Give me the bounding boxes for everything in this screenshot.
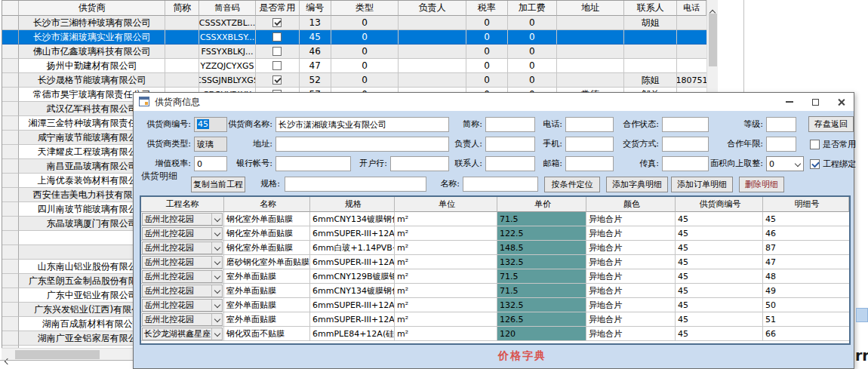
add-dict-detail-button[interactable]: 添加字典明细 — [606, 177, 668, 192]
col-header-spec[interactable]: 规格 — [310, 197, 395, 212]
col-header-manager[interactable]: 负责人 — [399, 1, 466, 16]
col-header-address[interactable]: 地址 — [557, 1, 625, 16]
table-row[interactable]: 长沙市三湘特种玻璃有限公司 CSSSXTZBL... 13 0 0 0 胡姐 — [2, 16, 706, 30]
detail-row[interactable]: 岳州北控花园 钢化室外单面贴膜 6mm白玻+1.14PVB+6mm... m² … — [141, 241, 849, 255]
col-header-abbr[interactable]: 简称 — [165, 1, 199, 16]
horizontal-scroll-thumb[interactable] — [15, 350, 100, 359]
col-header-unit[interactable]: 单位 — [395, 197, 497, 212]
round-up-combobox[interactable]: 0 — [766, 156, 804, 171]
detail-row[interactable]: 岳州北控花园 室外单面贴膜 6mmCNY134镀膜钢化 m² 71.5 异地合片… — [141, 284, 849, 298]
project-combobox[interactable]: 岳州北控花园 — [142, 270, 223, 283]
table-row[interactable]: 扬州中勤建材有限公司 YZZQJCYXGS 47 0 0 0 — [2, 59, 706, 73]
unit-cell: m² — [395, 298, 497, 312]
add-order-detail-button[interactable]: 添加订单明细 — [671, 177, 733, 192]
color-cell: 异地合片 — [586, 255, 676, 269]
chevron-down-icon — [795, 161, 801, 167]
bank-account-field[interactable] — [275, 156, 351, 171]
common-checkbox[interactable] — [272, 47, 282, 56]
project-combobox[interactable]: 岳州北控花园 — [142, 227, 223, 240]
detail-row[interactable]: 岳州北控花园 室外单面贴膜 6mmSUPER-III+12A(硅... m² 1… — [141, 298, 849, 312]
common-used-checkbox[interactable]: 是否常用 — [810, 137, 856, 152]
contact-field[interactable] — [485, 156, 535, 171]
phone-cell: 180751 — [677, 73, 706, 88]
background-artifact-text: rr — [855, 347, 868, 369]
vertical-scroll-thumb[interactable] — [709, 14, 717, 66]
table-row[interactable]: 长沙晟格节能玻璃有限公司 CSSGJNBLYXGS 52 0 0 0 陈姐 18… — [2, 73, 706, 88]
code-cell: FSSYXBLKJ... — [199, 45, 256, 59]
col-header-number[interactable]: 编号 — [300, 1, 331, 16]
supplier-name-field[interactable] — [275, 117, 449, 132]
project-combobox[interactable]: 岳州北控花园 — [142, 313, 223, 326]
close-button[interactable] — [828, 93, 854, 111]
number-cell: 46 — [300, 45, 331, 59]
mobile-field[interactable] — [565, 137, 614, 152]
maximize-button[interactable] — [802, 93, 828, 111]
col-header-price[interactable]: 单价 — [497, 197, 586, 212]
common-checkbox[interactable] — [272, 32, 282, 42]
detail-row[interactable]: 岳州北控花园 室外单面贴膜 6mmCNY129B镀膜钢化 m² 71.5 异地合… — [141, 269, 849, 284]
table-row[interactable]: 长沙市潇湘玻璃实业有限公司 CSSXXBLSY... 45 0 0 0 — [2, 30, 706, 45]
detail-row[interactable]: 长沙龙湖祺鑫星座 钢化双面不贴膜 6mmPLE84+12A(硅酮胶... m² … — [141, 327, 849, 341]
supplier-cell: 长沙市潇湘玻璃实业有限公司 — [19, 30, 165, 45]
name-cell: 室外单面贴膜 — [224, 312, 310, 327]
coop-status-field[interactable] — [662, 117, 709, 132]
col-header-common[interactable]: 是否常用 — [256, 1, 300, 16]
col-header-phone[interactable]: 电话 — [677, 1, 706, 16]
spec-filter-input[interactable] — [285, 177, 426, 192]
dialog-titlebar[interactable]: 供货商信息 — [134, 93, 854, 111]
col-header-supplier[interactable]: 供货商 — [19, 1, 165, 16]
phone-field[interactable] — [565, 117, 614, 132]
delete-detail-button[interactable]: 删除明细 — [739, 177, 784, 192]
col-header-project[interactable]: 工程名称 — [141, 197, 224, 212]
col-header-supplier-no[interactable]: 供货商编号 — [676, 197, 763, 212]
project-combobox[interactable]: 岳州北控花园 — [142, 284, 223, 297]
project-combobox[interactable]: 岳州北控花园 — [142, 299, 223, 312]
vat-field[interactable] — [194, 156, 227, 171]
common-cell — [256, 30, 300, 45]
common-checkbox[interactable] — [272, 61, 282, 70]
project-combobox[interactable]: 岳州北控花园 — [142, 256, 223, 269]
project-combobox[interactable]: 岳州北控花园 — [142, 213, 223, 226]
common-checkbox[interactable] — [272, 18, 282, 27]
common-checkbox[interactable] — [272, 75, 282, 85]
col-header-type[interactable]: 类型 — [331, 1, 399, 16]
detail-row[interactable]: 岳州北控花园 室外单面贴膜 6mmSUPER-III+12A(硅... m² 1… — [141, 312, 849, 327]
delivery-field[interactable] — [662, 137, 709, 152]
col-header-taxrate[interactable]: 税率 — [466, 1, 508, 16]
coop-years-field[interactable] — [766, 137, 796, 152]
email-field[interactable] — [565, 156, 614, 171]
price-cell: 122.5 — [497, 226, 586, 241]
supplier-no-cell: 45 — [676, 312, 763, 327]
spec-cell: 6mmSUPER-III+12A(硅... — [310, 255, 395, 269]
project-combobox[interactable]: 岳州北控花园 — [142, 241, 223, 254]
supplier-no-field[interactable]: 45 — [194, 117, 227, 132]
table-row[interactable]: 佛山市亿鑫玻璃科技有限公司 FSSYXBLKJ... 46 0 0 0 — [2, 45, 706, 59]
locate-by-condition-button[interactable]: 按条件定位 — [544, 177, 600, 192]
manager-field[interactable] — [485, 137, 535, 152]
col-header-color[interactable]: 颜色 — [586, 197, 676, 212]
col-header-detail-no[interactable]: 明细号 — [763, 197, 849, 212]
unit-cell: m² — [395, 269, 497, 284]
copy-project-button[interactable]: 复制当前工程 — [191, 177, 245, 192]
col-header-fee[interactable]: 加工费 — [508, 1, 557, 16]
project-bind-checkbox[interactable]: 工程绑定 — [810, 156, 856, 171]
col-header-name[interactable]: 名称 — [224, 197, 310, 212]
color-cell: 异地合片 — [586, 298, 676, 312]
save-return-button[interactable]: 存盘返回 — [808, 116, 854, 132]
supplier-type-field[interactable] — [194, 137, 227, 152]
col-header-code[interactable]: 简音码 — [199, 1, 256, 16]
fee-cell: 0 — [508, 73, 557, 88]
number-cell: 45 — [300, 30, 331, 45]
name-filter-input[interactable] — [463, 177, 538, 192]
minimize-button[interactable] — [777, 93, 802, 111]
abbr-field[interactable] — [485, 117, 535, 132]
detail-row[interactable]: 岳州北控花园 钢化室外单面贴膜 6mmSUPER-III+12A(硅... m²… — [141, 226, 849, 241]
bank-branch-field[interactable] — [390, 156, 449, 171]
manager-cell — [399, 73, 466, 88]
address-field[interactable] — [275, 137, 449, 152]
col-header-contact[interactable]: 联系人 — [624, 1, 677, 16]
detail-row[interactable]: 岳州北控花园 磨砂钢化室外单面贴膜 6mmSUPER-III+12A(硅... … — [141, 255, 849, 269]
detail-row[interactable]: 岳州北控花园 钢化室外单面贴膜 6mmCNY134镀膜钢化 m² 71.5 异地… — [141, 212, 849, 226]
project-combobox[interactable]: 长沙龙湖祺鑫星座 — [142, 327, 223, 340]
grade-field[interactable] — [766, 117, 796, 132]
